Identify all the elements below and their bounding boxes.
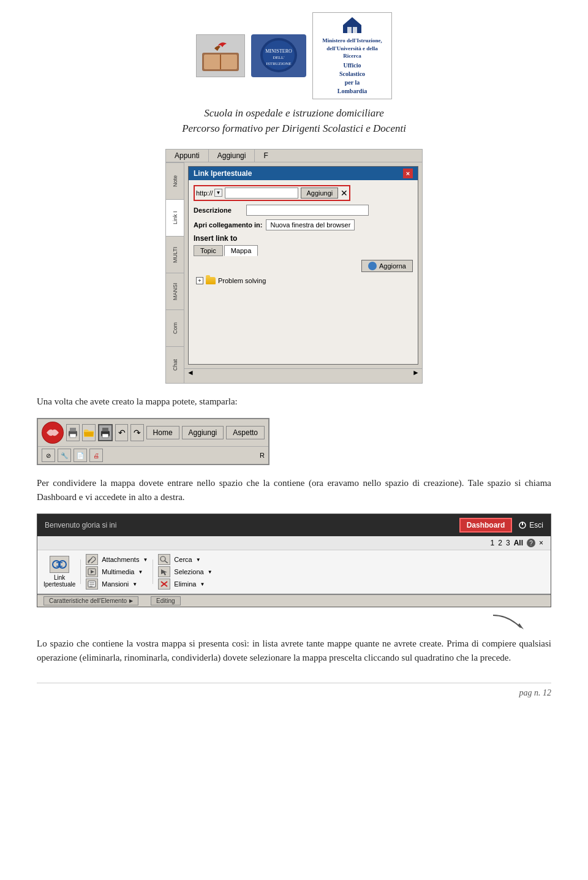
tool-cerca[interactable]: Cerca ▼ [158,554,212,565]
menu-aggiungi[interactable]: Aggiungi [209,150,255,162]
scroll-left-icon[interactable]: ◄ [187,368,194,377]
tree-item: + Problem solving [194,276,413,286]
page-number: pag n. 12 [37,683,551,698]
descrizione-row: Descrizione [194,205,413,216]
protocol-arrow-icon[interactable]: ▼ [214,189,223,197]
dialog-link: Link Ipertestuale × http:// ▼ Aggiungi [188,166,418,365]
char-elem-arrow-icon: ▶ [129,598,133,604]
sidebar-chat[interactable]: Chat [166,346,184,383]
dashboard-button[interactable]: Dashboard [459,518,513,533]
toolbar-row1: ↶ ↷ Home Aggiungi Aspetto [38,419,268,446]
tool-elimina[interactable]: Elimina ▼ [158,578,212,590]
help-icon[interactable]: ? [527,539,535,547]
screen1-sidebar: Note Link I MULTI MANSI Com Chat [166,162,184,383]
tool-list2: Cerca ▼ Seleziona ▼ E [158,554,212,590]
page-2[interactable]: 2 [498,539,502,547]
mansioni-icon [86,578,98,590]
sidebar-com[interactable]: Com [166,309,184,346]
multimedia-icon [86,566,98,577]
sidebar-link[interactable]: Link I [166,199,184,236]
dialog-titlebar: Link Ipertestuale × [189,167,418,180]
tab-topic[interactable]: Topic [194,245,223,256]
tab-mappa[interactable]: Mappa [224,245,258,256]
url-add-button[interactable]: Aggiungi [301,188,338,199]
logo-book [196,34,245,77]
elimina-icon [158,578,170,590]
url-close-icon[interactable]: ✕ [341,188,348,198]
editing-text: Editing [156,597,175,604]
dash-toolbar: LinkIpertestuale Attachments ▼ [37,550,551,594]
close-pagination-icon[interactable]: × [539,539,543,547]
separator1 [80,559,81,584]
url-input[interactable] [225,188,298,199]
seleziona-icon [158,566,170,577]
dialog-title: Link Ipertestuale [194,169,252,178]
editing-section: Editing [151,596,181,605]
dialog-content: http:// ▼ Aggiungi ✕ Descrizione [189,180,418,364]
tool-mansioni[interactable]: Mansioni ▼ [86,578,148,590]
svg-rect-15 [102,428,108,431]
attachments-label: Attachments [102,556,139,563]
tool-attachments[interactable]: Attachments ▼ [86,554,148,565]
mansioni-arrow-icon: ▼ [132,582,137,587]
editing-label[interactable]: Editing [151,596,181,605]
tree-expand-icon[interactable]: + [196,277,203,284]
tool-multimedia[interactable]: Multimedia ▼ [86,566,148,577]
svg-rect-12 [70,428,76,431]
protocol-select[interactable]: http:// ▼ [196,189,222,197]
elimina-arrow-icon: ▼ [200,582,205,587]
page-all[interactable]: All [514,539,523,547]
sidebar-mansi[interactable]: MANSI [166,273,184,309]
print-btn[interactable] [98,424,113,441]
folder-icon-btn[interactable] [82,424,96,441]
tool-link: LinkIpertestuale [43,556,75,588]
protocol-text: http:// [196,189,213,197]
screenshot-dashboard: Benvenuto gloria si ini Dashboard Esci 1… [37,514,551,607]
attachments-arrow-icon: ▼ [143,557,148,563]
folder-icon [206,277,216,284]
dash-topbar: Benvenuto gloria si ini Dashboard Esci [37,514,551,536]
toolbar-small-btn4[interactable]: 🖨 [89,449,103,462]
toolbar-extra: R [260,452,265,459]
logout-button[interactable]: Esci [518,521,543,529]
svg-rect-13 [70,434,76,438]
toolbar-small-btn3[interactable]: 📄 [74,449,87,462]
home-button[interactable]: Home [146,426,179,439]
menu-f[interactable]: F [255,150,276,162]
cerca-icon [158,554,170,565]
print-icon-btn[interactable] [66,424,80,441]
link-tool-icon[interactable] [50,556,69,573]
dialog-tabs: Topic Mappa [194,245,413,256]
screen1-main: Link Ipertestuale × http:// ▼ Aggiungi [184,162,422,383]
char-elem-label[interactable]: Caratteristiche dell'Elemento ▶ [43,596,138,605]
sidebar-note[interactable]: Note [166,162,184,199]
update-button[interactable]: Aggiorna [361,260,413,272]
aspetto-button[interactable]: Aspetto [226,426,265,439]
char-elem-section: Caratteristiche dell'Elemento ▶ [43,596,138,605]
cerca-arrow-icon: ▼ [196,557,201,563]
open-in-row: Apri collegamento in: Nuova finestra del… [194,219,413,230]
svg-rect-16 [102,434,108,438]
menu-appunti[interactable]: Appunti [166,150,209,162]
aggiungi-button[interactable]: Aggiungi [182,426,224,439]
update-section: Aggiorna [194,260,413,276]
update-icon [368,262,377,270]
dialog-close-button[interactable]: × [403,169,413,178]
pagination-bar: 1 2 3 All ? × [37,536,551,550]
descrizione-input[interactable] [246,205,369,216]
svg-rect-8 [347,27,352,33]
scroll-right-icon[interactable]: ► [412,368,420,377]
logo-shield: MINISTERO DELL' ISTRUZIONE [251,34,306,77]
screen1-body: Note Link I MULTI MANSI Com Chat Link Ip… [166,162,422,383]
open-in-value[interactable]: Nuova finestra del browser [266,219,355,230]
toolbar-small-btn1[interactable]: ⊘ [42,449,55,462]
link-tool-label: LinkIpertestuale [43,574,75,588]
tool-seleziona[interactable]: Seleziona ▼ [158,566,212,577]
redo-icon-btn[interactable]: ↷ [130,424,143,441]
sidebar-multi[interactable]: MULTI [166,236,184,273]
page-1[interactable]: 1 [491,539,495,547]
undo-icon-btn[interactable]: ↶ [115,424,128,441]
paragraph2-text: Lo spazio che contiene la vostra mappa s… [37,637,551,664]
page-3[interactable]: 3 [506,539,510,547]
toolbar-small-btn2[interactable]: 🔧 [58,449,71,462]
